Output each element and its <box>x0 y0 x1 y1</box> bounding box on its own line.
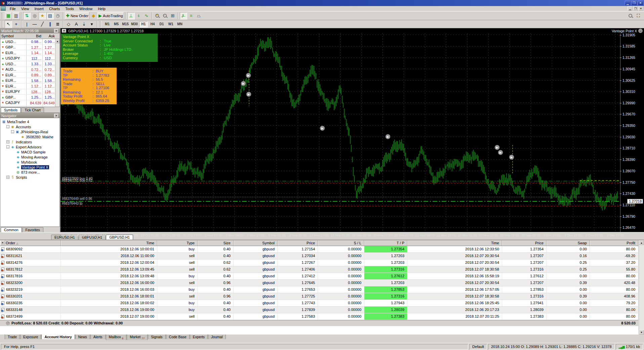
arrows-tool[interactable]: ⇣ <box>80 21 88 28</box>
column-header-swap[interactable]: Swap <box>547 240 590 246</box>
crosshair-mode-button[interactable]: ◎ <box>31 12 38 20</box>
market-watch-row[interactable]: ▼AUD...0.72...0.72... <box>0 67 59 73</box>
history-row[interactable]: 683178122018.12.06 13:09:45sell0.62gbpus… <box>0 266 638 273</box>
chart-close-button[interactable]: ✕ <box>638 6 643 11</box>
history-row[interactable]: 683090922018.12.06 10:00:01buy0.40gbpusd… <box>0 246 638 253</box>
history-row[interactable]: 683142762018.12.06 12:00:04sell0.62gbpus… <box>0 259 638 266</box>
toolbar-grip[interactable] <box>2 13 3 19</box>
search-button[interactable] <box>627 12 634 20</box>
column-header-profit[interactable]: Profit <box>590 240 638 246</box>
tab-symbols[interactable]: Symbols <box>1 107 21 112</box>
tree-item-scripts[interactable]: +§Scripts <box>2 175 59 180</box>
tree-item-3508280-makhe[interactable]: ☻3508280: Makhe <box>2 134 59 139</box>
market-watch-row[interactable]: ▲GBP...1.25...1.25... <box>0 95 59 100</box>
scroll-up-icon[interactable]: ▲ <box>55 39 59 43</box>
terminal-tab-account-history[interactable]: Account History <box>41 335 75 339</box>
history-row[interactable]: 683178162018.12.06 13:09:48buy0.40gbpusd… <box>0 273 638 280</box>
status-profile[interactable]: Default <box>469 344 487 350</box>
line-chart-button[interactable]: ∿ <box>143 12 150 20</box>
trade-marker-icon[interactable]: ▶ <box>246 73 251 78</box>
tree-item-myfxbook[interactable]: ◈Myfxbook <box>2 160 59 165</box>
timeframe-h1[interactable]: H1 <box>139 21 148 27</box>
expand-button[interactable]: ⛶ <box>635 12 642 20</box>
tree-item-indicators[interactable]: +ƒIndicators <box>2 139 59 144</box>
restore-button[interactable]: ❐ <box>631 1 637 5</box>
menu-view[interactable]: View <box>18 6 32 11</box>
tile-windows-button[interactable]: ⊞ <box>169 12 176 20</box>
chart-minimize-button[interactable]: ▁ <box>628 6 633 11</box>
market-watch-row[interactable]: ▲USD...1.33...1.33... <box>0 61 59 67</box>
expander-icon[interactable]: - <box>11 130 14 133</box>
history-row[interactable]: 683116212018.12.06 11:00:00sell0.40gbpus… <box>0 253 638 259</box>
scroll-up-icon[interactable]: ▲ <box>639 240 644 245</box>
column-header-price[interactable]: Price <box>502 240 547 246</box>
favorites-button[interactable]: ★ <box>39 12 46 20</box>
terminal-tab-signals[interactable]: Signals <box>148 335 165 339</box>
timeframe-m1[interactable]: M1 <box>103 21 112 27</box>
tree-item-expert-advisors[interactable]: -◈Expert Advisors <box>2 144 59 149</box>
expander-icon[interactable]: - <box>6 145 9 148</box>
chart-restore-button[interactable]: ❐ <box>633 6 638 11</box>
indicators-button[interactable]: ⍼ <box>180 12 187 20</box>
column-header-time[interactable]: Time <box>407 240 502 246</box>
timeframe-mn[interactable]: MN <box>175 21 184 27</box>
terminal-tab-news[interactable]: News <box>75 335 90 339</box>
channel-tool[interactable]: ∥ <box>46 21 54 28</box>
market-watch-row[interactable]: ▲USD...0.98...0.99... <box>0 39 59 45</box>
chart-dropdown-icon[interactable]: ▼ <box>62 29 66 33</box>
price-axis[interactable]: 1.319051.315851.312651.309451.306251.303… <box>620 33 644 232</box>
vertical-line-tool[interactable]: | <box>23 21 31 28</box>
chart-tab-2[interactable]: GBPUSD,H1 <box>106 235 133 240</box>
terminal-tab-exposure[interactable]: Exposure <box>20 335 41 339</box>
tree-item-metatrader-4[interactable]: ▦MetaTrader 4 <box>2 119 59 124</box>
tree-item-accounts[interactable]: -◉Accounts <box>2 124 59 129</box>
expander-icon[interactable]: + <box>6 176 9 179</box>
history-row[interactable]: 683331482018.12.06 19:00:00buy0.40gbpusd… <box>0 307 638 313</box>
minimize-button[interactable]: ▁ <box>625 1 631 5</box>
history-row[interactable]: 683302352018.12.06 18:00:02buy0.40gbpusd… <box>0 300 638 307</box>
column-header-size[interactable]: Size <box>198 240 234 246</box>
new-order-button[interactable]: ✚New Order <box>65 12 89 20</box>
column-header-time[interactable]: Time <box>61 240 157 246</box>
scroll-down-icon[interactable]: ▼ <box>639 330 644 335</box>
column-header-price[interactable]: Price <box>278 240 318 246</box>
market-watch-row[interactable]: ▲USDJPY112....112.... <box>0 56 59 62</box>
toolbar-grip-3[interactable] <box>100 21 102 27</box>
menu-insert[interactable]: Insert <box>32 6 46 11</box>
timeframe-m5[interactable]: M5 <box>112 21 121 27</box>
tab-common[interactable]: Common <box>1 227 22 232</box>
zoom-out-button[interactable]: - <box>161 12 169 20</box>
terminal-tab-code-base[interactable]: Code Base <box>166 335 190 339</box>
trade-marker-icon[interactable]: ▶ <box>320 126 325 131</box>
navigator-close-icon[interactable]: ✕ <box>54 114 58 118</box>
templates-button[interactable]: ⏢ <box>195 12 203 20</box>
tree-item-macd-sample[interactable]: ◈MACD Sample <box>2 149 59 154</box>
candlestick-button[interactable]: ⍭ <box>135 12 143 20</box>
expander-icon[interactable]: - <box>6 125 9 128</box>
trade-marker-icon[interactable]: ▶ <box>495 145 500 150</box>
column-header-order[interactable]: Order △ <box>0 240 61 246</box>
history-row[interactable]: 683302012018.12.06 18:00:01sell0.96gbpus… <box>0 293 638 300</box>
trendline-tool[interactable]: ╱ <box>39 21 46 28</box>
tab-favorites[interactable]: Favorites <box>22 227 43 232</box>
bar-chart-button[interactable]: ⊥ <box>127 12 135 20</box>
column-header-type[interactable]: Type <box>157 240 198 246</box>
market-watch-row[interactable]: ▼EURJPY128....128.... <box>0 89 59 95</box>
tab-tick-chart[interactable]: Tick Chart <box>21 107 44 112</box>
text-tool[interactable]: A <box>73 21 80 28</box>
ea-smiley-icon[interactable]: ☺ <box>638 29 643 33</box>
menu-window[interactable]: Window <box>77 6 95 11</box>
terminal-tab-experts[interactable]: Experts <box>190 335 208 339</box>
shapes-tool[interactable]: ◇ <box>65 21 72 28</box>
market-watch-toggle[interactable]: ⇅ <box>23 12 31 20</box>
trade-marker-icon[interactable]: ▶ <box>386 134 391 139</box>
market-watch-row[interactable]: ▼EUR...1.14...1.14... <box>0 50 59 56</box>
column-header-symbol[interactable]: Symbol <box>234 240 278 246</box>
terminal-tab-journal[interactable]: Journal <box>208 335 226 339</box>
timeframe-m15[interactable]: M15 <box>121 21 130 27</box>
history-row[interactable]: 683232192018.12.06 16:00:03buy0.40gbpusd… <box>0 286 638 293</box>
horizontal-line-tool[interactable]: — <box>31 21 38 28</box>
trade-marker-icon[interactable]: ▶ <box>498 150 503 155</box>
market-watch-row[interactable]: ▼EUR...0.89...0.89... <box>0 72 59 78</box>
close-button[interactable]: ✕ <box>638 1 643 5</box>
